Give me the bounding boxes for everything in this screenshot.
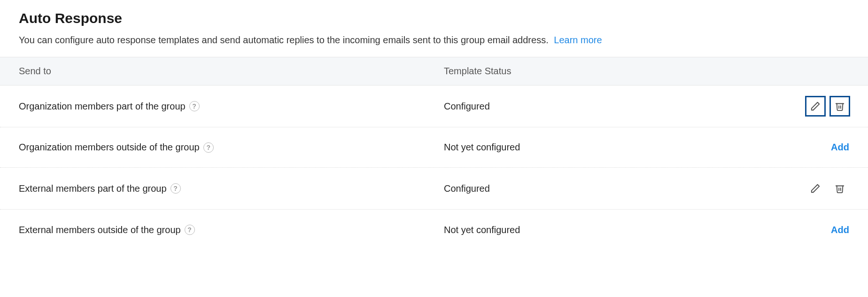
delete-button[interactable] [830, 179, 849, 198]
send-to-cell: Organization members part of the group ? [19, 101, 444, 112]
add-button[interactable]: Add [831, 142, 849, 153]
trash-icon [835, 101, 845, 111]
page-title: Auto Response [19, 10, 849, 26]
trash-icon [835, 183, 845, 194]
table-row: Organization members outside of the grou… [0, 127, 868, 168]
template-status-cell: Configured [444, 183, 755, 194]
delete-button[interactable] [830, 97, 849, 116]
column-header-template-status: Template Status [444, 66, 755, 77]
send-to-cell: External members outside of the group ? [19, 225, 444, 235]
help-icon[interactable]: ? [189, 101, 200, 111]
template-status-cell: Configured [444, 101, 755, 112]
actions-cell [755, 97, 849, 116]
pencil-icon [810, 183, 821, 194]
edit-button[interactable] [806, 97, 825, 116]
template-status-cell: Not yet configured [444, 142, 755, 153]
actions-cell: Add [755, 142, 849, 153]
send-to-label: Organization members outside of the grou… [19, 142, 200, 153]
add-button[interactable]: Add [831, 225, 849, 235]
table-header-row: Send to Template Status [0, 57, 868, 86]
learn-more-link[interactable]: Learn more [554, 35, 602, 45]
edit-button[interactable] [806, 179, 825, 198]
page-description: You can configure auto response template… [19, 35, 849, 46]
page-description-text: You can configure auto response template… [19, 35, 549, 45]
help-icon[interactable]: ? [185, 225, 195, 235]
help-icon[interactable]: ? [170, 183, 181, 194]
table-row: External members part of the group ? Con… [0, 168, 868, 210]
actions-cell [755, 179, 849, 198]
table-row: External members outside of the group ? … [0, 210, 868, 250]
actions-cell: Add [755, 225, 849, 235]
pencil-icon [810, 101, 821, 111]
send-to-cell: External members part of the group ? [19, 183, 444, 194]
auto-response-table: Send to Template Status Organization mem… [0, 57, 868, 250]
send-to-label: External members part of the group [19, 183, 167, 194]
template-status-cell: Not yet configured [444, 225, 755, 235]
column-header-send-to: Send to [19, 66, 444, 77]
send-to-label: External members outside of the group [19, 225, 181, 235]
send-to-cell: Organization members outside of the grou… [19, 142, 444, 153]
send-to-label: Organization members part of the group [19, 101, 186, 112]
table-row: Organization members part of the group ?… [0, 86, 868, 127]
help-icon[interactable]: ? [203, 142, 214, 153]
